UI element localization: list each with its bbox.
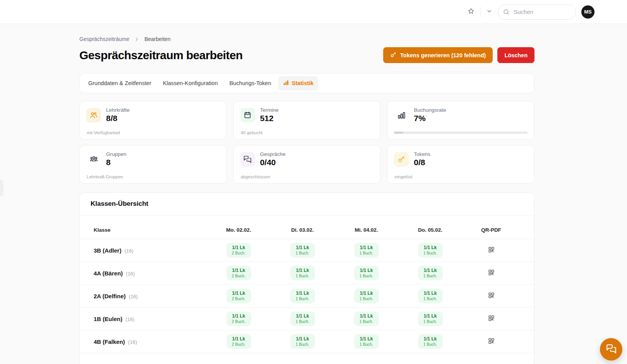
main-content: Gesprächszeiträume Bearbeiten Gesprächsz… xyxy=(79,24,534,364)
table-row: 4B (Falken) (16) 1/1 Lk 2 Buch. 1/1 Lk 1… xyxy=(80,330,534,353)
slot-ratio: 1/1 Lk xyxy=(294,313,311,319)
slot-ratio: 1/1 Lk xyxy=(358,313,375,319)
column-header-di: Di. 03.02. xyxy=(271,227,334,233)
day-slot-badge: 1/1 Lk 1 Buch. xyxy=(418,311,443,326)
generate-tokens-label: Tokens generieren (120 fehlend) xyxy=(400,52,486,58)
column-header-mo: Mo. 02.02. xyxy=(207,227,271,233)
delete-button[interactable]: Löschen xyxy=(497,47,534,63)
slot-ratio: 1/1 Lk xyxy=(422,268,439,273)
day-slot-badge: 1/1 Lk 1 Buch. xyxy=(354,266,379,281)
class-overview-card: Klassen-Übersicht Klasse Mo. 02.02. Di. … xyxy=(79,192,534,364)
table-body: 3B (Adler) (16) 1/1 Lk 2 Buch. 1/1 Lk 1 … xyxy=(80,239,534,353)
tab-statistik[interactable]: Statistik xyxy=(278,76,318,91)
key-icon xyxy=(390,51,397,59)
booking-count: 2 Buch. xyxy=(230,342,247,347)
favorites-dropdown-button[interactable] xyxy=(486,8,492,15)
chat-bubbles-icon xyxy=(606,343,617,355)
stats-grid: Lehrkräfte 8/8 mit Verfügbarkeit Termine… xyxy=(79,101,534,184)
day-slot-badge: 1/1 Lk 1 Buch. xyxy=(290,266,315,281)
page-header: Gesprächszeitraum bearbeiten Tokens gene… xyxy=(79,47,534,63)
qr-pdf-button[interactable] xyxy=(488,337,495,346)
day-slot-badge: 1/1 Lk 2 Buch. xyxy=(226,243,251,258)
chevron-right-icon xyxy=(134,36,140,42)
stat-value: 8 xyxy=(106,158,127,167)
booking-count: 1 Buch. xyxy=(422,251,439,256)
qr-code-icon xyxy=(488,269,495,277)
slot-ratio: 1/1 Lk xyxy=(422,336,439,342)
stat-label: Buchungsrate xyxy=(414,107,446,113)
class-name: 4A (Bären) xyxy=(94,270,123,277)
stat-value: 512 xyxy=(260,114,279,123)
qr-pdf-button[interactable] xyxy=(488,269,495,277)
slot-ratio: 1/1 Lk xyxy=(422,291,439,296)
table-header-row: Klasse Mo. 02.02. Di. 03.02. Mi. 04.02. … xyxy=(80,215,534,239)
stat-card-termine: Termine 512 40 gebucht xyxy=(233,101,381,140)
slot-ratio: 1/1 Lk xyxy=(230,245,247,251)
chevron-down-icon xyxy=(486,8,492,15)
slot-ratio: 1/1 Lk xyxy=(230,313,247,319)
booking-count: 2 Buch. xyxy=(230,296,247,302)
stat-card-gruppen: Gruppen 8 Lehrkraft-Gruppen xyxy=(79,145,227,184)
tab-grunddaten[interactable]: Grunddaten & Zeitfenster xyxy=(84,77,156,90)
booking-count: 1 Buch. xyxy=(358,251,375,256)
slot-ratio: 1/1 Lk xyxy=(422,313,439,319)
topbar-divider xyxy=(480,7,481,17)
favorite-star-button[interactable] xyxy=(467,7,475,16)
stat-value: 8/8 xyxy=(106,114,130,123)
stat-card-buchungsrate: Buchungsrate 7% xyxy=(387,101,534,140)
calendar-icon xyxy=(240,108,255,123)
day-slot-badge: 1/1 Lk 1 Buch. xyxy=(418,334,443,349)
stat-subtitle: 40 gebucht xyxy=(241,130,263,135)
class-overview-title: Klassen-Übersicht xyxy=(91,200,523,208)
stat-value: 0/8 xyxy=(414,158,430,167)
qr-code-icon xyxy=(488,337,495,346)
breadcrumb-current: Bearbeiten xyxy=(144,36,171,42)
class-name: 4B (Falken) xyxy=(94,338,125,345)
booking-count: 1 Buch. xyxy=(358,273,375,279)
stat-subtitle: eingelöst xyxy=(394,174,412,179)
table-row: 1B (Eulen) (16) 1/1 Lk 2 Buch. 1/1 Lk 1 … xyxy=(80,308,534,330)
bar-chart-icon xyxy=(394,108,409,123)
star-icon xyxy=(467,7,475,16)
qr-pdf-button[interactable] xyxy=(488,314,495,323)
slot-ratio: 1/1 Lk xyxy=(294,268,311,273)
day-slot-badge: 1/1 Lk 1 Buch. xyxy=(290,311,315,326)
class-student-count: (16) xyxy=(125,248,134,254)
column-header-do: Do. 05.02. xyxy=(398,227,462,233)
sidebar-toggle-handle[interactable] xyxy=(0,180,3,196)
slot-ratio: 1/1 Lk xyxy=(294,336,311,342)
qr-pdf-button[interactable] xyxy=(488,292,495,300)
slot-ratio: 1/1 Lk xyxy=(230,336,247,342)
day-slot-badge: 1/1 Lk 2 Buch. xyxy=(226,266,251,281)
qr-code-icon xyxy=(488,314,495,323)
class-name: 3B (Adler) xyxy=(94,247,122,254)
stat-label: Lehrkräfte xyxy=(106,107,130,113)
day-slot-badge: 1/1 Lk 1 Buch. xyxy=(290,243,315,258)
breadcrumb-parent-link[interactable]: Gesprächszeiträume xyxy=(79,36,129,42)
booking-count: 1 Buch. xyxy=(358,319,375,325)
booking-count: 1 Buch. xyxy=(294,342,311,347)
tab-buchungs-token[interactable]: Buchungs-Token xyxy=(225,77,276,90)
day-slot-badge: 1/1 Lk 1 Buch. xyxy=(354,334,379,349)
booking-count: 1 Buch. xyxy=(294,296,311,302)
class-name: 2A (Delfine) xyxy=(94,293,126,299)
chat-bubbles-icon xyxy=(240,152,255,167)
chat-support-button[interactable] xyxy=(600,338,622,361)
avatar[interactable]: MS xyxy=(581,5,594,19)
qr-code-icon xyxy=(488,246,495,255)
slot-ratio: 1/1 Lk xyxy=(230,268,247,273)
class-student-count: (16) xyxy=(129,294,138,299)
booking-rate-progress xyxy=(394,132,528,134)
stat-subtitle: abgeschlossen xyxy=(241,174,271,179)
tab-klassen-konfiguration[interactable]: Klassen-Konfiguration xyxy=(158,77,223,90)
qr-pdf-button[interactable] xyxy=(488,246,495,255)
column-header-qr-pdf: QR-PDF xyxy=(462,227,520,233)
topbar: MS xyxy=(0,0,627,24)
day-slot-badge: 1/1 Lk 1 Buch. xyxy=(354,311,379,326)
column-header-mi: Mi. 04.02. xyxy=(334,227,398,233)
generate-tokens-button[interactable]: Tokens generieren (120 fehlend) xyxy=(383,47,493,63)
slot-ratio: 1/1 Lk xyxy=(422,245,439,251)
header-actions: Tokens generieren (120 fehlend) Löschen xyxy=(383,47,534,63)
search-box xyxy=(498,4,576,20)
class-student-count: (16) xyxy=(125,316,134,322)
